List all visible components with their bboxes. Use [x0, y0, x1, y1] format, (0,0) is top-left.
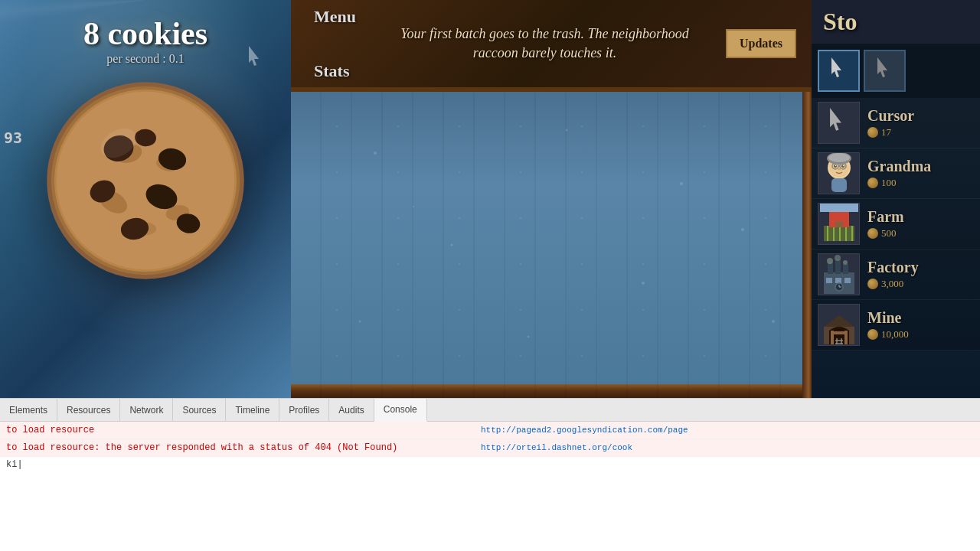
cookie-count-display: 8 cookies per second : 0.1	[83, 15, 207, 66]
farm-item-cost: 500	[867, 227, 974, 240]
tab-elements[interactable]: Elements	[0, 399, 57, 421]
cursor-item-info: Cursor 17	[867, 107, 974, 139]
tab-timeline[interactable]: Timeline	[226, 399, 279, 421]
tab-resources[interactable]: Resources	[57, 399, 120, 421]
svg-point-34	[842, 165, 844, 167]
cookie-count-value: 8 cookies	[83, 15, 207, 52]
store-item-farm[interactable]: Farm 500	[812, 199, 980, 249]
devtools-tabs: Elements Resources Network Sources Timel…	[0, 399, 980, 422]
tab-console[interactable]: Console	[374, 399, 427, 422]
svg-point-3	[57, 92, 234, 269]
factory-cost-value: 3,000	[881, 278, 903, 290]
grandma-item-cost: 100	[867, 177, 974, 189]
factory-item-cost: 3,000	[867, 278, 974, 290]
farm-item-name: Farm	[867, 208, 974, 226]
grandma-item-info: Grandma 100	[867, 158, 974, 189]
game-content-area	[291, 92, 812, 398]
wood-bottom-border	[291, 384, 812, 398]
stats-button[interactable]: Stats	[306, 57, 357, 85]
svg-rect-49	[820, 203, 858, 212]
farm-cost-icon	[867, 228, 878, 239]
middle-panel: Menu Stats Your first batch goes to the …	[291, 0, 812, 398]
factory-item-icon	[818, 253, 860, 295]
cursor-active-btn[interactable]	[818, 50, 860, 92]
svg-rect-59	[844, 278, 851, 283]
console-line-2: to load resource: the server responded w…	[0, 439, 980, 457]
mine-item-icon	[818, 304, 860, 346]
cursor-item-cost: 17	[867, 126, 974, 139]
cursor-cost-icon	[867, 127, 878, 138]
store-item-grandma[interactable]: Grandma 100	[812, 148, 980, 199]
score-bottom: 93	[0, 127, 26, 148]
grandma-cost-icon	[867, 178, 878, 188]
tab-network[interactable]: Network	[120, 399, 173, 421]
top-bar-buttons: Menu Stats	[306, 3, 364, 85]
store-panel: Sto Cu	[812, 0, 980, 398]
store-title: Sto	[823, 8, 857, 36]
factory-item-info: Factory 3,000	[867, 259, 974, 290]
svg-point-38	[838, 168, 841, 171]
svg-point-17	[374, 152, 377, 155]
mine-cost-value: 10,000	[881, 328, 909, 341]
svg-rect-39	[831, 178, 847, 192]
console-error-text-2: to load resource: the server responded w…	[6, 441, 481, 455]
svg-rect-57	[826, 278, 832, 283]
svg-rect-51	[828, 262, 833, 274]
farm-item-info: Farm 500	[867, 208, 974, 240]
store-item-cursor[interactable]: Cursor 17	[812, 98, 980, 148]
game-container: 8 cookies per second : 0.1	[0, 0, 980, 398]
tab-profiles[interactable]: Profiles	[279, 399, 329, 421]
mine-cost-icon	[867, 329, 878, 340]
grandma-cost-value: 100	[881, 177, 897, 189]
store-item-factory[interactable]: Factory 3,000	[812, 249, 980, 300]
console-input-text: ki|	[6, 459, 23, 470]
svg-point-30	[828, 153, 850, 162]
farm-cost-value: 500	[881, 227, 897, 240]
svg-rect-48	[835, 221, 843, 227]
svg-point-23	[741, 228, 744, 231]
svg-point-26	[772, 320, 775, 323]
menu-button[interactable]: Menu	[306, 3, 364, 31]
devtools-content: to load resource http://pagead2.googlesy…	[0, 422, 980, 551]
svg-point-21	[642, 282, 645, 285]
svg-point-22	[359, 321, 361, 323]
svg-point-18	[566, 129, 568, 132]
factory-item-name: Factory	[867, 259, 974, 276]
cursor-icon-top	[245, 46, 268, 76]
svg-point-33	[835, 165, 836, 167]
svg-point-54	[827, 258, 833, 264]
console-error-url-1[interactable]: http://pagead2.googlesyndication.com/pag…	[481, 423, 688, 437]
store-items-list: Cursor 17	[812, 98, 980, 398]
per-second-display: per second : 0.1	[83, 52, 207, 66]
store-header: Sto	[812, 0, 980, 44]
farm-item-icon	[818, 203, 860, 245]
grandma-item-name: Grandma	[867, 158, 974, 175]
devtools-panel: Elements Resources Network Sources Timel…	[0, 398, 980, 551]
tab-sources[interactable]: Sources	[173, 399, 226, 421]
cursor-item-icon	[818, 102, 860, 144]
left-panel: 8 cookies per second : 0.1	[0, 0, 291, 398]
svg-rect-66	[831, 331, 848, 334]
svg-rect-58	[835, 278, 841, 283]
grandma-item-icon	[818, 152, 860, 194]
svg-point-56	[843, 260, 848, 265]
factory-cost-icon	[867, 279, 878, 289]
svg-point-24	[528, 336, 530, 338]
updates-button[interactable]: Updates	[726, 29, 796, 58]
console-error-url-2[interactable]: http://orteil.dashnet.org/cook	[481, 441, 632, 455]
cursor-item-name: Cursor	[867, 107, 974, 125]
cursor-cost-value: 17	[881, 126, 891, 139]
cookie-button[interactable]	[38, 73, 253, 291]
store-item-mine[interactable]: Mine 10,000	[812, 300, 980, 350]
top-bar: Menu Stats Your first batch goes to the …	[291, 0, 812, 92]
svg-point-20	[451, 244, 453, 246]
mine-item-info: Mine 10,000	[867, 309, 974, 341]
cursor-inactive-btn[interactable]	[864, 50, 906, 92]
mine-item-name: Mine	[867, 309, 974, 327]
tab-audits[interactable]: Audits	[329, 399, 374, 421]
console-line-1: to load resource http://pagead2.googlesy…	[0, 422, 980, 439]
svg-point-25	[413, 206, 414, 207]
svg-point-19	[680, 182, 683, 185]
mine-item-cost: 10,000	[867, 328, 974, 341]
cursor-top-buttons	[812, 44, 980, 98]
